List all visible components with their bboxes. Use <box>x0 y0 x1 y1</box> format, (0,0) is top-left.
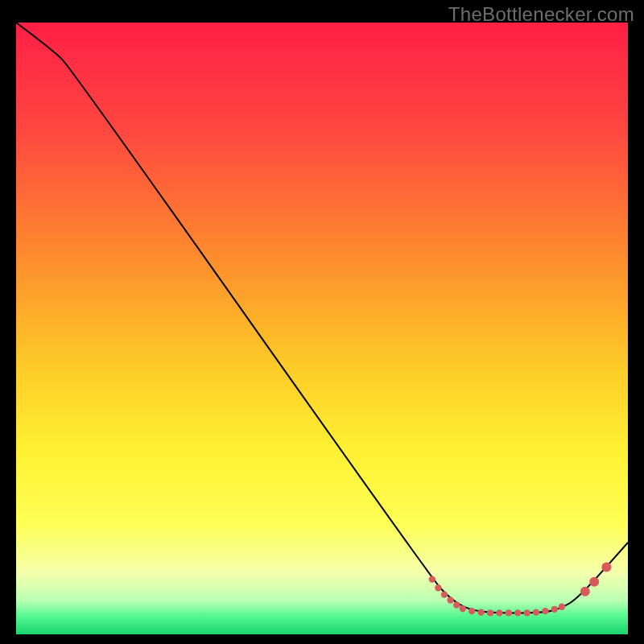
marker-dot <box>589 577 599 587</box>
marker-dot <box>601 562 611 572</box>
chart-svg <box>16 23 628 634</box>
marker-dot <box>533 609 539 615</box>
marker-dot <box>447 597 453 603</box>
marker-dot <box>506 609 512 616</box>
chart-frame: TheBottlenecker.com <box>0 0 644 644</box>
marker-dot <box>441 591 448 597</box>
marker-dot <box>496 609 502 616</box>
watermark-label: TheBottlenecker.com <box>448 3 634 26</box>
gradient-background <box>16 23 628 634</box>
marker-dot <box>523 609 530 616</box>
marker-dot <box>551 606 558 613</box>
marker-dot <box>514 609 521 616</box>
marker-dot <box>429 576 436 582</box>
marker-dot <box>487 609 493 616</box>
marker-dot <box>542 608 548 614</box>
marker-dot <box>435 584 441 591</box>
marker-dot <box>580 587 590 597</box>
plot-area <box>16 23 628 634</box>
marker-dot <box>559 604 565 610</box>
marker-dot <box>453 601 460 608</box>
marker-dot <box>460 605 466 612</box>
marker-dot <box>477 609 484 615</box>
marker-dot <box>469 608 475 614</box>
